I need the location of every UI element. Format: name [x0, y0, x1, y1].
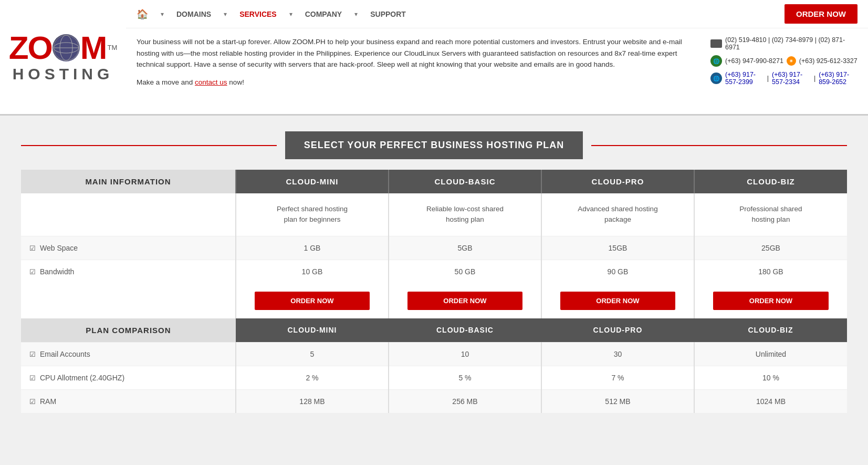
header-description: Your business will not be a start-up for… [137, 36, 700, 106]
webspace-pro: 15GB [541, 236, 694, 260]
order-cell-mini: ORDER NOW [236, 283, 389, 318]
plan-header-pro: CLOUD-PRO [541, 170, 694, 193]
desc-label-cell [21, 193, 236, 236]
nav-bar: 🏠 ▾ DOMAINS ▾ SERVICES ▾ COMPANY ▾ SUPPO… [126, 0, 868, 28]
logo-hosting: HOSTING [9, 65, 118, 83]
table-wrap: MAIN INFORMATION CLOUD-MINI CLOUD-BASIC … [0, 170, 868, 434]
logo-tm: TM [108, 44, 118, 51]
bandwidth-text: Bandwidth [40, 267, 74, 276]
phone-icon [710, 39, 722, 48]
comp-header-mini: CLOUD-MINI [236, 318, 389, 343]
header-desc-text: Your business will not be a start-up for… [137, 36, 700, 70]
webspace-text: Web Space [40, 244, 78, 252]
order-cell-basic: ORDER NOW [389, 283, 541, 318]
order-cell-biz: ORDER NOW [694, 283, 847, 318]
comp-header-pro: CLOUD-PRO [541, 318, 694, 343]
desc-biz: Professional sharedhosting plan [694, 193, 847, 236]
globe-icon: 🌐 [710, 55, 722, 67]
comp-header-biz: CLOUD-BIZ [694, 318, 847, 343]
sep2: | [814, 75, 815, 82]
header-order-button[interactable]: ORDER NOW [785, 4, 857, 24]
ram-pro: 512 MB [541, 389, 694, 413]
order-button-basic[interactable]: ORDER NOW [407, 292, 522, 310]
webspace-row: ☑Web Space 1 GB 5GB 15GB 25GB [21, 236, 847, 260]
mobile-link3[interactable]: (+63) 917-859-2652 [819, 71, 857, 86]
email-biz: Unlimited [694, 342, 847, 366]
desc-mini: Perfect shared hostingplan for beginners [236, 193, 389, 236]
webspace-label: ☑Web Space [21, 236, 236, 260]
comp-header-basic: CLOUD-BASIC [389, 318, 541, 343]
comparison-header-row: PLAN COMPARISON CLOUD-MINI CLOUD-BASIC C… [21, 318, 847, 343]
email-check: ☑ [29, 350, 36, 358]
globe2-icon: 🌐 [710, 73, 722, 84]
logo-globe [53, 34, 80, 61]
bandwidth-pro: 90 GB [541, 260, 694, 283]
webspace-check: ☑ [29, 244, 36, 252]
nav-domains[interactable]: DOMAINS [176, 10, 211, 18]
sep1: | [767, 75, 769, 82]
webspace-mini: 1 GB [236, 236, 389, 260]
nav-support[interactable]: SUPPORT [370, 10, 406, 18]
email-mini: 5 [236, 342, 389, 366]
ram-mini: 128 MB [236, 389, 389, 413]
ram-check: ☑ [29, 398, 36, 406]
bandwidth-check: ☑ [29, 268, 36, 276]
section-title-line-left [21, 145, 277, 146]
pricing-table: MAIN INFORMATION CLOUD-MINI CLOUD-BASIC … [21, 170, 847, 413]
cpu-check: ☑ [29, 374, 36, 382]
main-info-header: MAIN INFORMATION [21, 170, 236, 193]
bandwidth-basic: 50 GB [389, 260, 541, 283]
cpu-biz: 10 % [694, 366, 847, 389]
ram-basic: 256 MB [389, 389, 541, 413]
webspace-biz: 25GB [694, 236, 847, 260]
order-button-mini[interactable]: ORDER NOW [255, 292, 369, 310]
cpu-pro: 7 % [541, 366, 694, 389]
plan-header-mini: CLOUD-MINI [236, 170, 389, 193]
section-title-line-right [591, 145, 847, 146]
order-label-cell [21, 283, 236, 318]
webspace-basic: 5GB [389, 236, 541, 260]
nav-services[interactable]: SERVICES [239, 10, 277, 18]
logo-zoom-m: M [80, 32, 107, 64]
header-cta: Make a move and contact us now! [137, 77, 700, 88]
mobile-phone2: (+63) 925-612-3327 [799, 57, 857, 65]
order-button-biz[interactable]: ORDER NOW [713, 292, 828, 310]
logo: Z O M TM HOSTING [9, 32, 118, 83]
contact-row-mobile2: 🌐 (+63) 917-557-2399 | (+63) 917-557-233… [710, 71, 857, 86]
order-cell-pro: ORDER NOW [541, 283, 694, 318]
ram-label: ☑RAM [21, 389, 236, 413]
mobile-link1[interactable]: (+63) 917-557-2399 [725, 71, 764, 86]
email-row: ☑Email Accounts 5 10 30 Unlimited [21, 342, 847, 366]
plan-header-basic: CLOUD-BASIC [389, 170, 541, 193]
bandwidth-mini: 10 GB [236, 260, 389, 283]
desc-pro: Advanced shared hostingpackage [541, 193, 694, 236]
logo-zoom-z: Z [9, 32, 28, 64]
cpu-label: ☑CPU Allotment (2.40GHZ) [21, 366, 236, 389]
cpu-row: ☑CPU Allotment (2.40GHZ) 2 % 5 % 7 % 10 … [21, 366, 847, 389]
order-button-pro[interactable]: ORDER NOW [560, 292, 675, 310]
header-content: Your business will not be a start-up for… [126, 28, 868, 114]
sun-icon: ☀ [787, 56, 796, 66]
mobile-phone1: (+63) 947-990-8271 [725, 57, 783, 65]
logo-zoom-o: O [28, 32, 52, 64]
header-row: MAIN INFORMATION CLOUD-MINI CLOUD-BASIC … [21, 170, 847, 193]
section-title-wrap: SELECT YOUR PERFECT BUSINESS HOSTING PLA… [0, 116, 868, 170]
contact-row-mobile1: 🌐 (+63) 947-990-8271 ☀ (+63) 925-612-332… [710, 55, 857, 67]
contact-link[interactable]: contact us [195, 78, 227, 86]
plan-comp-label: PLAN COMPARISON [21, 318, 236, 343]
desc-basic: Reliable low-cost sharedhosting plan [389, 193, 541, 236]
order-row: ORDER NOW ORDER NOW ORDER NOW ORDER NOW [21, 283, 847, 318]
cpu-text: CPU Allotment (2.40GHZ) [40, 374, 124, 382]
contact-info: (02) 519-4810 | (02) 734-8979 | (02) 871… [710, 36, 857, 106]
mobile-link2[interactable]: (+63) 917-557-2334 [772, 71, 811, 86]
email-pro: 30 [541, 342, 694, 366]
bandwidth-row: ☑Bandwidth 10 GB 50 GB 90 GB 180 GB [21, 260, 847, 283]
contact-row-phone: (02) 519-4810 | (02) 734-8979 | (02) 871… [710, 36, 857, 51]
phone-numbers: (02) 519-4810 | (02) 734-8979 | (02) 871… [725, 36, 857, 51]
nav-company[interactable]: COMPANY [305, 10, 342, 18]
nav-home-icon[interactable]: 🏠 [137, 8, 148, 20]
header-right: 🏠 ▾ DOMAINS ▾ SERVICES ▾ COMPANY ▾ SUPPO… [126, 0, 868, 114]
ram-biz: 1024 MB [694, 389, 847, 413]
ram-text: RAM [40, 397, 56, 406]
ram-row: ☑RAM 128 MB 256 MB 512 MB 1024 MB [21, 389, 847, 413]
